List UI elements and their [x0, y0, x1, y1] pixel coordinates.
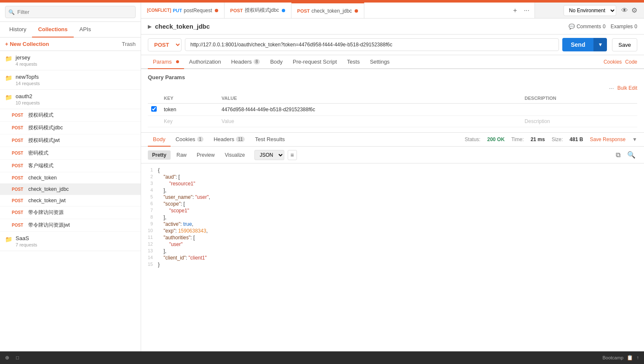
cookies-link[interactable]: Cookies: [604, 59, 622, 65]
list-item[interactable]: POST 授权码模式: [0, 109, 141, 122]
method-badge: POST: [10, 163, 25, 169]
method-select[interactable]: POST: [148, 38, 182, 51]
param-description[interactable]: [521, 104, 637, 116]
header-row: [CONFLICT] PUT postRequest POST 授权码模式jdb…: [141, 3, 644, 19]
view-pretty-button[interactable]: Pretty: [148, 150, 171, 160]
tab-pre-request[interactable]: Pre-request Script: [288, 55, 342, 69]
list-item[interactable]: POST 密码模式: [0, 147, 141, 160]
filter-input[interactable]: [5, 6, 136, 18]
request-name: 密码模式: [28, 150, 48, 157]
bottom-icon-2[interactable]: □: [16, 355, 19, 361]
list-item[interactable]: 📁 oauth2 10 requests: [0, 90, 141, 109]
params-more-button[interactable]: ···: [609, 85, 614, 91]
eye-icon-button[interactable]: 👁: [620, 5, 630, 16]
send-button[interactable]: Send: [562, 38, 593, 51]
empty-description[interactable]: Description: [521, 116, 637, 127]
wrap-button[interactable]: ≡: [288, 150, 297, 160]
tab-authorization[interactable]: Authorization: [184, 55, 226, 69]
sidebar-tabs: History Collections APIs: [0, 22, 141, 37]
request-name: 带令牌访问资源: [28, 209, 64, 216]
param-checkbox[interactable]: [151, 106, 157, 112]
code-line: 10 "exp": 1590638343,: [141, 228, 644, 234]
tab-dot-blue: [282, 9, 285, 12]
search-response-button[interactable]: 🔍: [625, 149, 637, 161]
tab-response-cookies[interactable]: Cookies 1: [171, 133, 209, 147]
tab-headers[interactable]: Headers 8: [226, 55, 265, 69]
sidebar-search-area: 🔍: [0, 3, 141, 22]
more-tabs-button[interactable]: ···: [522, 5, 531, 16]
trash-button[interactable]: Trash: [122, 41, 136, 47]
save-response-button[interactable]: Save Response: [590, 136, 625, 142]
bottom-icon-1[interactable]: ⊕: [5, 355, 9, 361]
view-preview-button[interactable]: Preview: [192, 150, 219, 160]
code-line: 2 "aud": [: [141, 174, 644, 180]
param-value[interactable]: 4476d958-f444-449e-b518-d29152388f6c: [218, 104, 521, 116]
folder-icon: 📁: [5, 94, 12, 101]
list-item[interactable]: POST 授权码模式jdbc: [0, 122, 141, 134]
bottom-icon-3[interactable]: 📋: [627, 355, 633, 361]
list-item[interactable]: 📁 jersey 4 requests: [0, 51, 141, 70]
tab-response-body[interactable]: Body: [148, 133, 171, 147]
tabs-bar: [CONFLICT] PUT postRequest POST 授权码模式jdb…: [141, 3, 534, 19]
tab-response-headers[interactable]: Headers 11: [208, 133, 250, 147]
request-name: check_token: [28, 175, 56, 181]
sidebar-tab-collections[interactable]: Collections: [32, 22, 73, 37]
empty-value[interactable]: Value: [218, 116, 521, 127]
sidebar-tab-apis[interactable]: APIs: [74, 22, 97, 37]
empty-key[interactable]: Key: [160, 116, 218, 127]
tab-tests[interactable]: Tests: [342, 55, 365, 69]
add-tab-button[interactable]: +: [511, 5, 518, 16]
bulk-edit-link[interactable]: Bulk Edit: [617, 85, 637, 91]
method-badge: POST: [10, 198, 25, 203]
comment-icon: 💬: [569, 24, 575, 29]
format-select[interactable]: JSON: [254, 150, 284, 160]
conflict-label: [CONFLICT]: [147, 8, 171, 13]
examples-button[interactable]: Examples 0: [611, 24, 637, 29]
view-raw-button[interactable]: Raw: [172, 150, 191, 160]
tab-name: check_token_jdbc: [312, 8, 352, 14]
list-item[interactable]: POST check_token: [0, 172, 141, 184]
list-item[interactable]: POST check_token_jwt: [0, 195, 141, 206]
environment-select[interactable]: No Environment: [564, 5, 616, 16]
bottom-right: Bootcamp 📋 ↑: [602, 355, 639, 361]
check-col-header: [148, 93, 160, 104]
tab-post-check-token-jdbc[interactable]: POST check_token_jdbc: [291, 3, 364, 19]
send-dropdown-button[interactable]: ▼: [593, 38, 607, 51]
param-key[interactable]: token: [160, 104, 218, 116]
params-table: KEY VALUE DESCRIPTION token 4476d958-f44…: [148, 93, 637, 127]
list-item[interactable]: POST 带令牌访问资源: [0, 206, 141, 219]
copy-response-button[interactable]: ⧉: [614, 149, 622, 161]
save-response-dropdown[interactable]: ▼: [632, 136, 637, 142]
tab-body[interactable]: Body: [265, 55, 288, 69]
list-item[interactable]: POST 带令牌访问资源jwt: [0, 219, 141, 232]
save-button[interactable]: Save: [612, 38, 637, 51]
code-line: 15 }: [141, 261, 644, 268]
new-collection-button[interactable]: + New Collection: [5, 41, 49, 47]
settings-icon-button[interactable]: ⚙: [630, 5, 639, 16]
search-icon: 🔍: [8, 9, 15, 15]
folder-icon: 📁: [5, 55, 12, 62]
tab-post-authcode-jdbc[interactable]: POST 授权码模式jdbc: [224, 3, 291, 19]
value-col-header: VALUE: [218, 93, 521, 104]
sidebar-tab-history[interactable]: History: [3, 22, 32, 37]
tab-params[interactable]: Params: [148, 55, 184, 69]
code-line: 12 "user": [141, 241, 644, 248]
tab-actions: + ···: [508, 5, 534, 16]
examples-label: Examples: [611, 24, 633, 29]
bottom-icon-4[interactable]: ↑: [636, 355, 639, 361]
tab-test-results[interactable]: Test Results: [250, 133, 290, 147]
request-title-actions: 💬 Comments 0 Examples 0: [569, 24, 637, 29]
response-toolbar: Pretty Raw Preview Visualize JSON ≡ ⧉ 🔍: [141, 147, 644, 163]
comments-button[interactable]: 💬 Comments 0: [569, 24, 606, 29]
tab-settings[interactable]: Settings: [365, 55, 395, 69]
list-item[interactable]: 📁 newTopfs 14 requests: [0, 70, 141, 90]
tab-put-postrequest[interactable]: [CONFLICT] PUT postRequest: [141, 3, 224, 19]
view-visualize-button[interactable]: Visualize: [221, 150, 249, 160]
comments-count: 0: [603, 24, 606, 29]
list-item[interactable]: 📁 SaaS 7 requests: [0, 232, 141, 251]
list-item[interactable]: POST 客户端模式: [0, 160, 141, 172]
code-link[interactable]: Code: [625, 59, 637, 65]
list-item[interactable]: POST check_token_jdbc: [0, 184, 141, 195]
url-input[interactable]: [185, 38, 559, 51]
list-item[interactable]: POST 授权码模式jwt: [0, 134, 141, 147]
